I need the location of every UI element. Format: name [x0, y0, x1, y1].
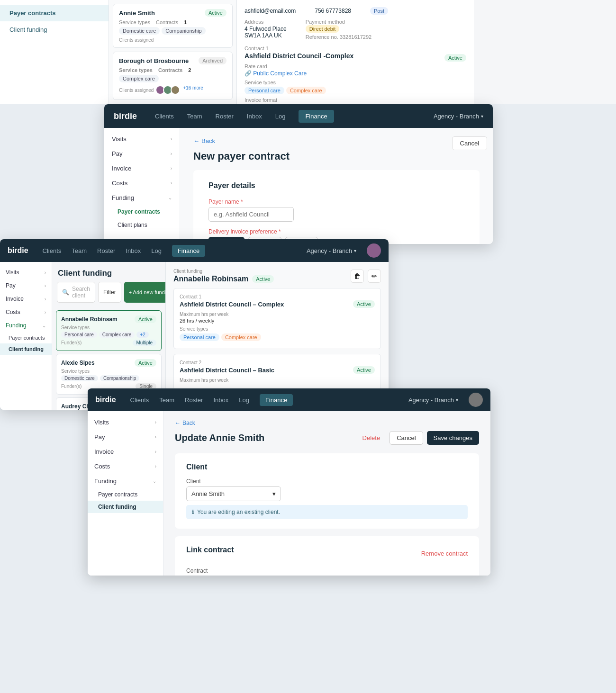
- w2-sidebar-visits[interactable]: Visits›: [0, 266, 52, 279]
- update-annie-smith-window: birdie Clients Team Roster Inbox Log Fin…: [88, 388, 490, 576]
- w2-filter-button[interactable]: Filter: [98, 282, 121, 303]
- w3-header-row: Update Annie Smith Delete Cancel Save ch…: [175, 431, 479, 445]
- w1-nav-inbox[interactable]: Inbox: [247, 113, 262, 120]
- window1-navbar: birdie Clients Team Roster Inbox Log Fin…: [104, 104, 493, 128]
- w3-back-link[interactable]: ← Back: [175, 420, 479, 426]
- w1-back-link[interactable]: ← Back: [193, 137, 480, 144]
- w3-sidebar-pay[interactable]: Pay›: [88, 430, 163, 444]
- window2-logo: birdie: [8, 246, 28, 255]
- window2-detail-panel: Client funding Annabelle Robinsam Active…: [166, 262, 389, 410]
- w2-sidebar-client-funding[interactable]: Client funding: [0, 343, 52, 355]
- w3-contract-field-label: Contract: [186, 567, 468, 574]
- w1-sidebar-pay[interactable]: Pay ›: [104, 146, 180, 161]
- w2-edit-icon-btn[interactable]: ✏: [368, 270, 381, 283]
- bg-contract-annie[interactable]: Annie Smith Active Service types Contrac…: [113, 4, 233, 48]
- w3-page-title: Update Annie Smith: [175, 432, 264, 443]
- w1-agency-branch: Agency - Branch ▾: [434, 113, 483, 120]
- window3-body: Visits› Pay› Invoice› Costs› Funding⌄ Pa…: [88, 411, 490, 576]
- window1-main-content: ← Back New payer contract Payer details …: [180, 128, 493, 244]
- w2-sidebar-pay[interactable]: Pay›: [0, 279, 52, 292]
- w1-nav-log[interactable]: Log: [275, 113, 286, 120]
- bg-contracts-list: Annie Smith Active Service types Contrac…: [109, 0, 237, 104]
- w2-detail-header: Client funding Annabelle Robinsam Active…: [173, 269, 381, 283]
- w2-nav-log[interactable]: Log: [151, 247, 162, 254]
- w2-search-wrapper[interactable]: 🔍 Search client: [57, 282, 95, 303]
- w2-list-title: Client funding: [52, 262, 165, 282]
- w1-sidebar-visits[interactable]: Visits ›: [104, 132, 180, 146]
- w2-contract-card-1: Contract 1 Ashfield District Council – C…: [173, 288, 381, 349]
- w2-nav-inbox[interactable]: Inbox: [126, 247, 141, 254]
- w2-sidebar-invoice[interactable]: Invoice›: [0, 292, 52, 306]
- w3-nav-inbox[interactable]: Inbox: [213, 396, 228, 404]
- search-icon: 🔍: [62, 289, 69, 296]
- w3-client-select[interactable]: Annie Smith ▾: [186, 486, 281, 501]
- w3-nav-clients[interactable]: Clients: [130, 396, 149, 404]
- w1-nav-team[interactable]: Team: [187, 113, 202, 120]
- w2-user-avatar: [367, 243, 381, 258]
- window3-logo: birdie: [95, 396, 116, 404]
- client-funding-window: birdie Clients Team Roster Inbox Log Fin…: [0, 239, 389, 410]
- w3-sidebar-client-funding[interactable]: Client funding: [88, 501, 163, 513]
- w3-user-avatar: [469, 393, 483, 407]
- w1-nav-finance[interactable]: Finance: [299, 110, 334, 123]
- w3-sidebar-costs[interactable]: Costs›: [88, 459, 163, 474]
- bg-contract-brosbourne[interactable]: Borough of Brosbourne Archived Service t…: [113, 52, 233, 100]
- w3-nav-roster[interactable]: Roster: [185, 396, 203, 404]
- window2-navbar: birdie Clients Team Roster Inbox Log Fin…: [0, 239, 389, 262]
- window3-navbar: birdie Clients Team Roster Inbox Log Fin…: [88, 388, 490, 411]
- payer-details-title: Payer details: [208, 181, 464, 190]
- w3-save-button[interactable]: Save changes: [427, 431, 479, 445]
- window2-body: Visits› Pay› Invoice› Costs› Funding⌄ Pa…: [0, 262, 389, 410]
- new-payer-contract-window: birdie Clients Team Roster Inbox Log Fin…: [104, 104, 493, 244]
- w1-nav-clients[interactable]: Clients: [155, 113, 174, 120]
- w3-client-field-label: Client: [186, 478, 468, 485]
- w1-sidebar-payer-contracts[interactable]: Payer contracts: [104, 205, 180, 218]
- w3-nav-finance[interactable]: Finance: [260, 394, 293, 406]
- w2-sidebar-costs[interactable]: Costs›: [0, 306, 52, 319]
- w3-nav-log[interactable]: Log: [239, 396, 249, 404]
- w3-sidebar-invoice[interactable]: Invoice›: [88, 444, 163, 459]
- payer-name-label: Payer name *: [208, 198, 464, 205]
- w1-sidebar-invoice[interactable]: Invoice ›: [104, 161, 180, 176]
- w3-cancel-button[interactable]: Cancel: [390, 431, 423, 445]
- w1-sidebar-costs[interactable]: Costs ›: [104, 176, 180, 190]
- window3-sidebar: Visits› Pay› Invoice› Costs› Funding⌄ Pa…: [88, 411, 163, 576]
- w2-nav-clients[interactable]: Clients: [43, 247, 62, 254]
- w3-client-info-box: ℹ You are editing an existing client.: [186, 505, 468, 519]
- w1-cancel-button[interactable]: Cancel: [452, 136, 487, 150]
- w3-remove-contract-link[interactable]: Remove contract: [421, 550, 468, 557]
- w1-nav-roster[interactable]: Roster: [216, 113, 234, 120]
- w3-sidebar-funding[interactable]: Funding⌄: [88, 474, 163, 488]
- window1-sidebar: Visits › Pay › Invoice › Costs › Funding…: [104, 128, 180, 244]
- bg-sidebar-payer-contracts[interactable]: Payer contracts: [0, 5, 109, 21]
- w2-delete-icon-btn[interactable]: 🗑: [351, 270, 364, 283]
- w3-client-section: Client Client Annie Smith ▾ ℹ You are ed…: [175, 453, 479, 529]
- client-card-annabelle[interactable]: Annabelle Robinsam Active Service types …: [56, 310, 162, 351]
- w2-nav-roster[interactable]: Roster: [97, 247, 115, 254]
- w2-search-area: 🔍 Search client Filter + Add new funding: [52, 282, 165, 307]
- w3-sidebar-visits[interactable]: Visits›: [88, 415, 163, 430]
- w2-agency: Agency - Branch ▾: [307, 247, 356, 254]
- w3-link-contract-section: Link contract Remove contract Contract A…: [175, 536, 479, 576]
- window3-main-content: ← Back Update Annie Smith Delete Cancel …: [163, 411, 490, 576]
- w3-nav-team[interactable]: Team: [159, 396, 174, 404]
- w3-sidebar-payer-contracts[interactable]: Payer contracts: [88, 488, 163, 501]
- w2-nav-team[interactable]: Team: [72, 247, 87, 254]
- window2-client-list: Client funding 🔍 Search client Filter + …: [52, 262, 166, 410]
- w2-nav-finance[interactable]: Finance: [172, 245, 205, 257]
- w1-sidebar-client-plans[interactable]: Client plans: [104, 218, 180, 232]
- w2-sidebar-funding[interactable]: Funding⌄: [0, 319, 52, 332]
- payer-name-input[interactable]: [208, 207, 294, 222]
- w2-add-funding-button[interactable]: + Add new funding: [124, 282, 166, 303]
- bg-sidebar: Payer contracts Client funding: [0, 0, 109, 104]
- w2-sidebar-payer-contracts[interactable]: Payer contracts: [0, 332, 52, 343]
- w1-sidebar-funding[interactable]: Funding ⌄: [104, 190, 180, 205]
- payer-details-card: Payer details Payer name * Delivery invo…: [193, 170, 480, 244]
- w3-agency: Agency - Branch ▾: [408, 396, 458, 404]
- bg-sidebar-client-funding[interactable]: Client funding: [0, 21, 109, 38]
- bg-detail-panel: ashfield@email.com 756 67773828 Post Add…: [237, 0, 474, 104]
- w2-contract-card-2: Contract 2 Ashfield District Council – B…: [173, 354, 381, 390]
- w1-page-title: New payer contract: [193, 150, 480, 162]
- w3-delete-button[interactable]: Delete: [357, 431, 386, 445]
- w3-client-section-title: Client: [186, 463, 468, 471]
